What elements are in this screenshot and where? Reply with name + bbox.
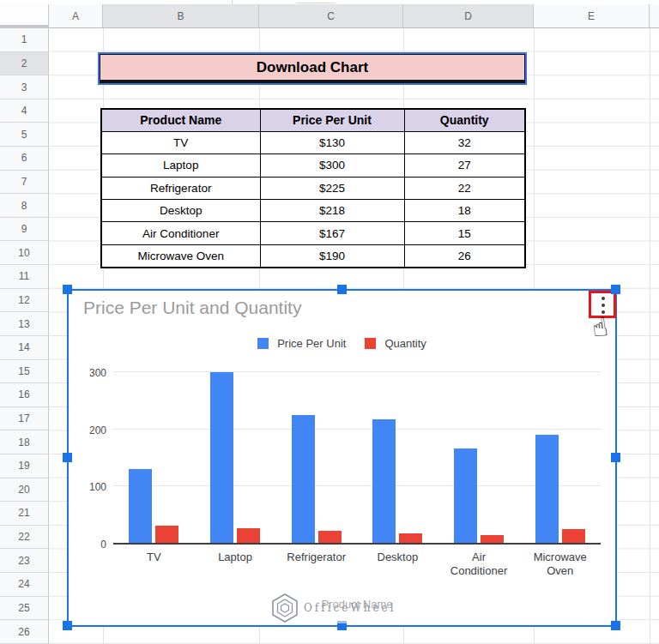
row-header[interactable]: 9 <box>0 218 49 242</box>
row-header[interactable]: 23 <box>0 549 49 573</box>
row-header[interactable]: 17 <box>0 407 49 431</box>
product-name-cell[interactable]: Refrigerator <box>101 177 260 199</box>
column-header-partial[interactable] <box>650 4 659 28</box>
chart-legend: Price Per Unit Quantity <box>69 337 615 350</box>
row-header[interactable]: 7 <box>0 171 49 195</box>
chart-title: Price Per Unit and Quantity <box>83 298 301 318</box>
price-per-unit-bar[interactable] <box>372 419 396 544</box>
column-header[interactable]: A <box>49 4 103 28</box>
quantity-cell[interactable]: 15 <box>404 222 525 244</box>
product-table-header-cell[interactable]: Price Per Unit <box>260 109 404 131</box>
table-row: Laptop $300 27 <box>101 154 525 177</box>
price-cell[interactable]: $130 <box>260 131 404 153</box>
row-header[interactable]: 14 <box>0 336 49 360</box>
price-per-unit-bar[interactable] <box>210 372 233 544</box>
quantity-cell[interactable]: 18 <box>404 200 525 222</box>
price-cell[interactable]: $167 <box>260 222 404 244</box>
row-header[interactable]: 8 <box>0 194 49 218</box>
x-axis-category-label: Refrigerator <box>275 551 357 577</box>
column-header[interactable]: B <box>103 4 259 28</box>
price-cell[interactable]: $225 <box>260 177 404 199</box>
download-chart-button-face[interactable]: Download Chart <box>100 54 525 83</box>
row-header[interactable]: 5 <box>0 123 49 147</box>
selection-handle-top-right[interactable] <box>611 285 620 294</box>
selection-handle-mid-right[interactable] <box>611 453 620 462</box>
column-header[interactable]: E <box>534 4 650 28</box>
plot-area <box>113 372 601 544</box>
price-cell[interactable]: $190 <box>260 244 404 267</box>
product-table: Product NamePrice Per UnitQuantity TV $1… <box>100 108 526 268</box>
price-cell[interactable]: $300 <box>260 154 404 177</box>
row-header[interactable]: 10 <box>0 241 49 265</box>
x-axis-category-label: Laptop <box>195 551 276 577</box>
product-table-header-cell[interactable]: Quantity <box>404 109 525 131</box>
column-header[interactable]: C <box>259 4 403 28</box>
quantity-bar[interactable] <box>562 529 585 544</box>
quantity-bar[interactable] <box>318 531 342 544</box>
row-header[interactable]: 21 <box>0 502 49 526</box>
row-header[interactable]: 12 <box>0 289 49 313</box>
quantity-cell[interactable]: 27 <box>404 154 525 177</box>
quantity-cell[interactable]: 32 <box>404 131 525 153</box>
x-axis-category-label: Air Conditioner <box>438 551 520 577</box>
row-header[interactable]: 4 <box>0 99 49 123</box>
product-name-cell[interactable]: Microwave Oven <box>101 244 260 267</box>
y-axis-tick-label: 300 <box>89 367 106 379</box>
y-axis-tick-label: 200 <box>89 424 106 436</box>
row-header[interactable]: 16 <box>0 383 49 407</box>
product-name-cell[interactable]: TV <box>101 131 260 153</box>
row-header[interactable]: 3 <box>0 75 49 99</box>
product-table-body: TV $130 32 Laptop $300 27 Refrigerator $… <box>101 131 525 267</box>
selection-handle-mid-left[interactable] <box>63 453 72 462</box>
table-row: Air Conditioner $167 15 <box>101 222 525 244</box>
row-header[interactable]: 15 <box>0 360 49 384</box>
divider <box>296 3 336 3</box>
bar-group <box>195 372 276 544</box>
select-all-corner[interactable] <box>0 4 49 28</box>
price-cell[interactable]: $218 <box>260 200 404 222</box>
officewheel-logo-icon <box>271 593 299 623</box>
row-header[interactable]: 13 <box>0 312 49 336</box>
row-header[interactable]: 26 <box>0 620 49 644</box>
product-name-cell[interactable]: Desktop <box>101 200 260 222</box>
price-per-unit-bar[interactable] <box>454 448 477 544</box>
quantity-bar[interactable] <box>237 528 260 544</box>
row-header[interactable]: 20 <box>0 478 49 503</box>
y-axis-labels: 3002001000 <box>69 372 106 544</box>
selection-handle-bottom-right[interactable] <box>611 621 620 630</box>
quantity-cell[interactable]: 26 <box>404 244 525 267</box>
row-header[interactable]: 2 <box>0 52 49 76</box>
spreadsheet: ABCDE 1234567891011121314151617181920212… <box>0 0 659 644</box>
watermark-text: OfficeWheel <box>304 602 396 614</box>
selection-handle-top-left[interactable] <box>63 285 72 294</box>
product-table-header-row: Product NamePrice Per UnitQuantity <box>101 109 525 131</box>
price-per-unit-bar[interactable] <box>129 469 152 544</box>
embedded-chart[interactable]: Price Per Unit and Quantity ☝ Price Per … <box>67 289 617 627</box>
product-name-cell[interactable]: Air Conditioner <box>101 222 260 244</box>
selection-handle-bottom-left[interactable] <box>63 621 72 630</box>
row-header[interactable]: 22 <box>0 526 49 550</box>
quantity-cell[interactable]: 22 <box>404 177 525 199</box>
quantity-bar[interactable] <box>155 526 178 544</box>
product-table-header-cell[interactable]: Product Name <box>101 109 260 131</box>
row-header[interactable]: 11 <box>0 265 49 289</box>
bar-group <box>113 372 195 544</box>
price-per-unit-bar[interactable] <box>292 415 315 544</box>
column-header[interactable]: D <box>403 4 534 28</box>
selection-handle-top-mid[interactable] <box>337 285 347 294</box>
row-header[interactable]: 1 <box>0 28 49 52</box>
row-header[interactable]: 19 <box>0 454 49 478</box>
row-header[interactable]: 24 <box>0 573 49 597</box>
bar-group <box>357 372 438 544</box>
download-chart-button[interactable]: Download Chart <box>98 52 527 85</box>
row-header[interactable]: 25 <box>0 597 49 621</box>
grid-column-line <box>650 28 650 644</box>
row-header[interactable]: 6 <box>0 147 49 171</box>
watermark: OfficeWheel <box>264 593 402 623</box>
product-name-cell[interactable]: Laptop <box>101 154 260 177</box>
price-per-unit-bar[interactable] <box>535 435 559 544</box>
row-header[interactable]: 18 <box>0 430 49 454</box>
legend-swatch <box>257 338 269 349</box>
legend-swatch <box>365 338 376 349</box>
table-row: TV $130 32 <box>101 131 525 153</box>
